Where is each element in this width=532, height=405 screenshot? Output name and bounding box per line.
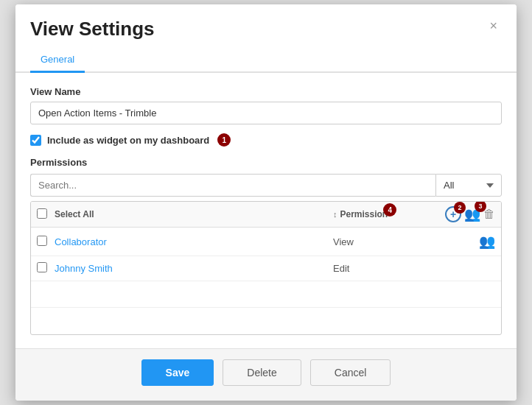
permissions-label: Permissions — [30, 157, 502, 168]
cancel-button[interactable]: Cancel — [310, 359, 391, 386]
permissions-dropdown[interactable]: All View Edit — [435, 174, 502, 197]
dialog-title: View Settings — [30, 18, 155, 40]
include-widget-label: Include as widget on my dashboard — [47, 135, 209, 146]
row-permission: Edit — [333, 263, 436, 274]
dialog-body: View Name Include as widget on my dashbo… — [15, 73, 517, 348]
row-actions: 👥 — [436, 233, 495, 250]
include-widget-row: Include as widget on my dashboard 1 — [30, 133, 502, 147]
header-check-col — [37, 208, 55, 221]
header-perm-col: ↕ Permission 4 — [333, 209, 436, 219]
include-widget-checkbox[interactable] — [30, 135, 41, 146]
user-group-icon[interactable]: 👥 — [479, 233, 495, 250]
add-user-group-icon[interactable]: 👥 3 — [464, 206, 480, 222]
delete-button[interactable]: Delete — [223, 359, 301, 386]
close-button[interactable]: × — [485, 18, 502, 34]
row-checkbox[interactable] — [37, 262, 47, 272]
permissions-search-row: All View Edit — [30, 174, 502, 197]
add-permission-icon[interactable]: + 2 — [445, 206, 461, 222]
row-name: Collaborator — [55, 236, 333, 247]
tab-general[interactable]: General — [30, 48, 85, 73]
select-all-checkbox[interactable] — [37, 208, 47, 219]
permissions-section: Permissions All View Edit Select All — [30, 157, 502, 335]
row-check-col — [37, 236, 55, 248]
table-row: Johnny Smith Edit — [31, 256, 501, 281]
dialog-footer: Save Delete Cancel — [15, 348, 517, 401]
header-actions-col: + 2 👥 3 🗑 — [436, 206, 495, 222]
dialog: View Settings × General View Name Includ… — [15, 4, 517, 401]
permissions-table-wrapper: Select All ↕ Permission 4 + 2 — [30, 201, 502, 335]
header-name-col: Select All — [55, 209, 333, 219]
save-button[interactable]: Save — [141, 359, 214, 386]
dialog-tabs: General — [15, 48, 517, 73]
table-row-empty — [31, 308, 501, 334]
badge-4: 4 — [383, 203, 396, 216]
badge-1: 1 — [217, 133, 231, 147]
permission-col-label: Permission 4 — [340, 209, 388, 219]
row-checkbox[interactable] — [37, 236, 47, 246]
row-name: Johnny Smith — [55, 263, 333, 274]
row-permission: View — [333, 236, 436, 247]
table-row-empty — [31, 281, 501, 308]
permissions-search-input[interactable] — [30, 174, 435, 197]
table-row: Collaborator View 👥 — [31, 228, 501, 256]
view-name-input[interactable] — [30, 102, 502, 124]
permissions-table: Select All ↕ Permission 4 + 2 — [30, 201, 502, 335]
dialog-header: View Settings × — [15, 4, 517, 48]
permissions-table-header: Select All ↕ Permission 4 + 2 — [31, 202, 501, 228]
sort-arrow-icon: ↕ — [333, 210, 337, 219]
view-name-label: View Name — [30, 86, 502, 97]
row-check-col — [37, 262, 55, 275]
